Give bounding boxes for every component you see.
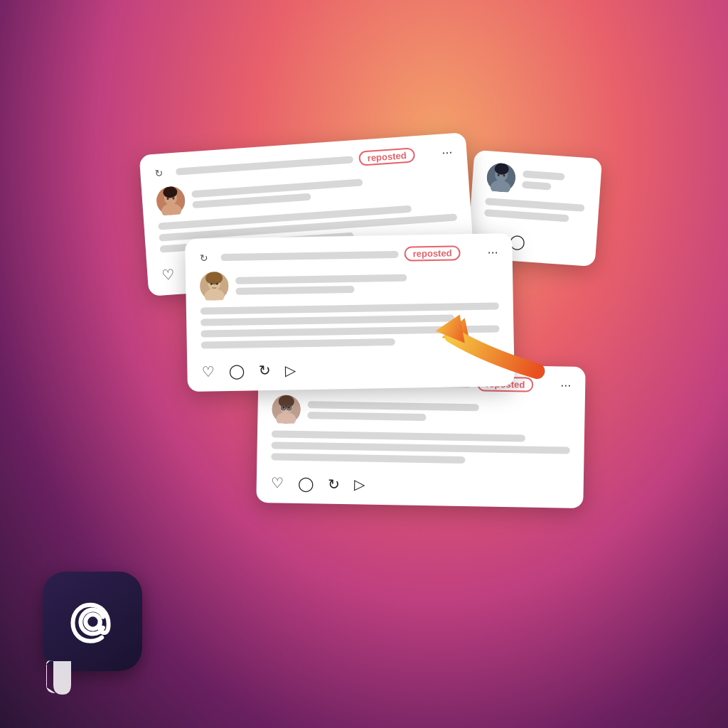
- repost-action-icon-2[interactable]: ↻: [258, 362, 270, 379]
- threads-logo: [43, 572, 142, 671]
- like-icon-2[interactable]: ♡: [201, 363, 214, 380]
- avatar-2: [200, 272, 229, 301]
- more-dots-2[interactable]: ···: [487, 245, 498, 259]
- card-2-header-skeleton: [221, 250, 399, 260]
- more-dots-1[interactable]: ···: [441, 145, 453, 161]
- content-line-3-2: [272, 441, 570, 454]
- threads-symbol: [63, 592, 123, 652]
- like-icon-1[interactable]: ♡: [161, 266, 176, 284]
- card-3-user-info: [307, 401, 570, 423]
- content-line-2-4: [201, 338, 395, 349]
- card-2-user-row: [200, 267, 499, 300]
- like-icon-3[interactable]: ♡: [271, 474, 284, 491]
- card-3-content: [271, 430, 570, 465]
- handle-skeleton-2: [235, 285, 354, 294]
- card-3-actions: ♡ ◯ ↻ ▷: [271, 470, 569, 496]
- reposted-badge-2: reposted: [404, 245, 460, 261]
- watermark: [36, 658, 75, 700]
- comment-icon-3[interactable]: ◯: [298, 475, 314, 492]
- card-4-user-row: [486, 162, 587, 198]
- watermark-icon: [36, 658, 75, 697]
- card-1-header-skeleton: [176, 156, 353, 175]
- share-icon-2[interactable]: ▷: [284, 361, 295, 378]
- username-skeleton-2: [235, 274, 407, 284]
- cards-container: ↻ reposted ···: [144, 144, 584, 542]
- username-skeleton-4: [523, 170, 564, 180]
- card-4-user-info: [522, 170, 587, 192]
- handle-skeleton-4: [522, 181, 551, 190]
- repost-action-icon-3[interactable]: ↻: [328, 476, 340, 493]
- username-skeleton-1: [191, 178, 363, 198]
- reposted-badge-1: reposted: [358, 147, 415, 166]
- card-2-user-info: [235, 272, 498, 294]
- card-1-user-info: [191, 172, 455, 208]
- card-2-header: ↻ reposted ···: [199, 245, 498, 264]
- content-line-4-2: [484, 209, 569, 222]
- content-line-2-2: [200, 314, 454, 326]
- comment-icon-2[interactable]: ◯: [228, 363, 244, 380]
- handle-skeleton-3: [307, 412, 426, 421]
- repost-icon-2: ↻: [199, 252, 208, 263]
- avatar-1: [156, 186, 186, 216]
- background: ↻ reposted ···: [0, 0, 728, 728]
- avatar-4: [486, 162, 517, 193]
- card-4-content: [484, 198, 584, 223]
- content-line-3-3: [271, 453, 465, 464]
- share-icon-3[interactable]: ▷: [354, 476, 365, 493]
- avatar-3: [272, 395, 301, 424]
- repost-icon-1: ↻: [154, 167, 164, 179]
- content-line-3-1: [272, 430, 525, 441]
